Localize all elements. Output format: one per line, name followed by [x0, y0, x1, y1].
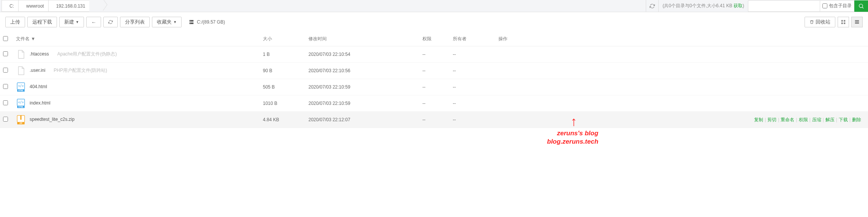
file-perm: -- — [419, 112, 450, 128]
header-mtime[interactable]: 修改时间 — [305, 32, 419, 46]
html-file-icon: </>HTML — [16, 98, 26, 108]
table-row[interactable]: ZIPspeedtest_lite_c2s.zip4.84 KB2020/07/… — [0, 112, 868, 128]
file-name[interactable]: 404.html — [30, 84, 47, 89]
file-name[interactable]: index.html — [30, 100, 51, 106]
file-file-icon — [16, 66, 26, 76]
svg-rect-7 — [855, 20, 859, 21]
file-size: 1 B — [260, 46, 305, 63]
zip-file-icon: ZIP — [16, 115, 26, 125]
row-checkbox[interactable] — [3, 68, 8, 73]
header-size[interactable]: 大小 — [260, 32, 305, 46]
select-all-checkbox[interactable] — [3, 36, 8, 41]
file-owner: -- — [450, 79, 495, 95]
file-owner: -- — [450, 46, 495, 63]
refresh-icon — [108, 20, 113, 24]
recycle-bin-button[interactable]: 回收站 — [805, 17, 835, 27]
list-icon — [854, 19, 860, 25]
breadcrumb-tail — [89, 0, 104, 12]
file-mtime: 2020/07/03 22:10:56 — [305, 63, 419, 79]
file-size: 505 B — [260, 79, 305, 95]
file-owner: -- — [450, 95, 495, 112]
file-actions — [495, 95, 868, 112]
file-owner: -- — [450, 112, 495, 128]
table-row[interactable]: .user.iniPHP用户配置文件(防跨站)90 B2020/07/03 22… — [0, 63, 868, 79]
header-owner[interactable]: 所有者 — [450, 32, 495, 46]
toolbar: 上传 远程下载 新建▼ ← 分享列表 收藏夹▼ C:/(89.57 GB) 回收… — [0, 12, 868, 32]
header-action: 操作 — [495, 32, 868, 46]
include-subdir-checkbox[interactable]: 包含子目录 — [820, 0, 854, 12]
row-action-4[interactable]: 压缩 — [812, 117, 821, 122]
view-list-button[interactable] — [851, 17, 863, 27]
sort-desc-icon: ▼ — [31, 36, 35, 41]
upload-button[interactable]: 上传 — [5, 17, 25, 27]
refresh-button[interactable] — [103, 17, 118, 27]
svg-rect-5 — [841, 22, 843, 24]
file-desc: PHP用户配置文件(防跨站) — [54, 68, 107, 73]
row-action-1[interactable]: 剪切 — [767, 117, 776, 122]
header-perm[interactable]: 权限 — [419, 32, 450, 46]
share-button[interactable]: 分享列表 — [120, 17, 150, 27]
svg-point-2 — [190, 23, 190, 24]
row-action-2[interactable]: 重命名 — [781, 117, 794, 122]
file-name[interactable]: .user.ini — [30, 68, 45, 73]
trash-icon — [810, 20, 814, 24]
file-actions — [495, 63, 868, 79]
table-row[interactable]: </>HTMLindex.html1010 B2020/07/03 22:10:… — [0, 95, 868, 112]
new-button[interactable]: 新建▼ — [59, 17, 84, 27]
svg-text:ZIP: ZIP — [19, 122, 22, 124]
file-actions: 复制|剪切|重命名|权限|压缩|解压|下载|删除 — [495, 112, 868, 128]
file-table: 文件名 ▼ 大小 修改时间 权限 所有者 操作 .htaccessApache用… — [0, 32, 868, 128]
breadcrumb-seg-wwwroot[interactable]: wwwroot — [18, 0, 51, 12]
header-name[interactable]: 文件名 ▼ — [13, 32, 260, 46]
status-text: (共0个目录与0个文件,大小6.41 KB 获取) — [659, 3, 748, 9]
row-action-7[interactable]: 删除 — [852, 117, 861, 122]
file-perm: -- — [419, 79, 450, 95]
search-button[interactable] — [854, 0, 868, 12]
row-action-5[interactable]: 解压 — [825, 117, 835, 122]
include-subdir-input[interactable] — [822, 3, 827, 8]
view-grid-button[interactable] — [838, 17, 849, 27]
row-checkbox[interactable] — [3, 84, 8, 89]
row-action-0[interactable]: 复制 — [754, 117, 763, 122]
back-button[interactable]: ← — [86, 17, 101, 27]
row-checkbox[interactable] — [3, 51, 8, 56]
svg-text:HTML: HTML — [18, 90, 24, 92]
row-action-3[interactable]: 权限 — [799, 117, 808, 122]
file-mtime: 2020/07/03 22:10:59 — [305, 95, 419, 112]
favorites-button[interactable]: 收藏夹▼ — [152, 17, 182, 27]
row-checkbox[interactable] — [3, 100, 8, 105]
row-action-6[interactable]: 下载 — [839, 117, 848, 122]
file-perm: -- — [419, 63, 450, 79]
svg-rect-4 — [844, 20, 845, 22]
table-row[interactable]: </>HTML404.html505 B2020/07/03 22:10:59-… — [0, 79, 868, 95]
file-desc: Apache用户配置文件(伪静态) — [57, 51, 117, 57]
file-mtime: 2020/07/03 22:10:54 — [305, 46, 419, 63]
search-icon — [858, 3, 864, 9]
remote-download-button[interactable]: 远程下载 — [27, 17, 57, 27]
file-file-icon — [16, 49, 26, 59]
svg-text:</>: </> — [18, 100, 24, 104]
row-checkbox[interactable] — [3, 117, 8, 122]
file-owner: -- — [450, 63, 495, 79]
file-size: 4.84 KB — [260, 112, 305, 128]
file-name[interactable]: .htaccess — [30, 51, 49, 57]
caret-down-icon: ▼ — [173, 20, 177, 24]
breadcrumb-seg-ip[interactable]: 192.168.0.131 — [48, 0, 92, 12]
breadcrumb-seg-c[interactable]: C: — [2, 0, 21, 12]
html-file-icon: </>HTML — [16, 82, 26, 92]
svg-text:HTML: HTML — [18, 106, 24, 108]
breadcrumb-refresh-button[interactable] — [646, 0, 659, 12]
svg-rect-3 — [841, 20, 843, 22]
disk-info: C:/(89.57 GB) — [188, 19, 225, 25]
file-size: 1010 B — [260, 95, 305, 112]
file-actions — [495, 46, 868, 63]
svg-text:</>: </> — [18, 84, 24, 88]
file-name[interactable]: speedtest_lite_c2s.zip — [30, 117, 74, 122]
file-perm: -- — [419, 95, 450, 112]
table-row[interactable]: .htaccessApache用户配置文件(伪静态)1 B2020/07/03 … — [0, 46, 868, 63]
search-input[interactable] — [748, 0, 820, 12]
file-perm: -- — [419, 46, 450, 63]
status-get-link[interactable]: 获取 — [734, 3, 743, 8]
file-mtime: 2020/07/03 22:12:07 — [305, 112, 419, 128]
svg-rect-8 — [855, 22, 859, 22]
